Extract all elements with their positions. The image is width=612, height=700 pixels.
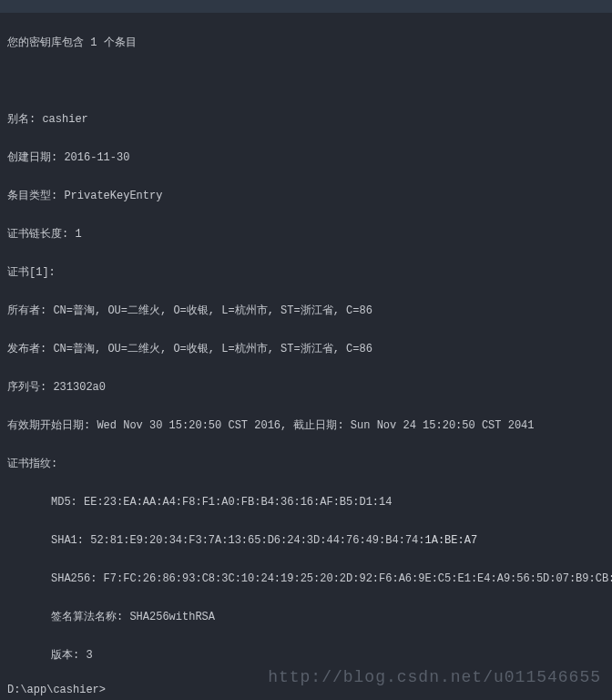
- sha1-line: SHA1: 52:81:E9:20:34:F3:7A:13:65:D6:24:3…: [7, 531, 605, 551]
- watermark: http://blog.csdn.net/u011546655: [268, 668, 601, 687]
- create-date-label: 创建日期:: [7, 151, 64, 164]
- alias-line: 别名: cashier: [7, 110, 605, 129]
- sha256-value: F7:FC:26:86:93:C8:3C:10:24:19:25:20:2D:9…: [104, 572, 612, 585]
- issuer-value: CN=普淘, OU=二维火, O=收银, L=杭州市, ST=浙江省, C=86: [53, 343, 372, 355]
- serial-label: 序列号:: [7, 381, 53, 394]
- fingerprints-label: 证书指纹:: [7, 455, 605, 474]
- sha1-label: SHA1:: [51, 534, 90, 547]
- blank: [7, 72, 605, 91]
- validity-end-label: , 截止日期:: [280, 419, 351, 432]
- md5-label: MD5:: [51, 496, 84, 509]
- owner-value: CN=普淘, OU=二维火, O=收银, L=杭州市, ST=浙江省, C=86: [53, 304, 372, 317]
- sha256-label: SHA256:: [51, 572, 104, 585]
- cert-chain-len-label: 证书链长度:: [7, 228, 75, 241]
- sig-alg-value: SHA256withRSA: [129, 611, 215, 623]
- cert-chain-len-line: 证书链长度: 1: [7, 225, 605, 244]
- sha1-b: 1A:BE:A7: [424, 534, 477, 547]
- entry-type-line: 条目类型: PrivateKeyEntry: [7, 187, 605, 206]
- cert-index: 证书[1]:: [7, 263, 605, 283]
- create-date-line: 创建日期: 2016-11-30: [7, 149, 605, 168]
- owner-label: 所有者:: [7, 304, 53, 317]
- validity-line: 有效期开始日期: Wed Nov 30 15:20:50 CST 2016, 截…: [7, 417, 605, 436]
- version-value: 3: [86, 649, 92, 662]
- titlebar: [0, 0, 612, 13]
- terminal-output: 您的密钥库包含 1 个条目 别名: cashier 创建日期: 2016-11-…: [0, 13, 612, 700]
- md5-line: MD5: EE:23:EA:AA:A4:F8:F1:A0:FB:B4:36:16…: [7, 493, 605, 512]
- version-line: 版本: 3: [7, 646, 605, 665]
- sha1-a: 52:81:E9:20:34:F3:7A:13:65:D6:24:3D:44:7…: [90, 534, 424, 547]
- entry-type-label: 条目类型:: [7, 190, 64, 202]
- alias-label: 别名:: [7, 113, 42, 126]
- sha256-line: SHA256: F7:FC:26:86:93:C8:3C:10:24:19:25…: [7, 570, 605, 589]
- version-label: 版本:: [51, 649, 86, 662]
- owner-line: 所有者: CN=普淘, OU=二维火, O=收银, L=杭州市, ST=浙江省,…: [7, 302, 605, 321]
- validity-end: Sun Nov 24 15:20:50 CST 2041: [351, 419, 535, 432]
- serial-line: 序列号: 231302a0: [7, 378, 605, 397]
- validity-start: Wed Nov 30 15:20:50 CST 2016: [97, 419, 280, 432]
- create-date-value: 2016-11-30: [64, 151, 129, 164]
- keystore-header: 您的密钥库包含 1 个条目: [7, 34, 605, 53]
- sig-alg-label: 签名算法名称:: [51, 611, 129, 623]
- entry-type-value: PrivateKeyEntry: [64, 190, 162, 202]
- cert-chain-len-value: 1: [75, 228, 81, 241]
- issuer-line: 发布者: CN=普淘, OU=二维火, O=收银, L=杭州市, ST=浙江省,…: [7, 340, 605, 359]
- sig-alg-line: 签名算法名称: SHA256withRSA: [7, 608, 605, 627]
- issuer-label: 发布者:: [7, 343, 53, 355]
- alias-value: cashier: [42, 113, 87, 126]
- serial-value: 231302a0: [53, 381, 106, 394]
- md5-value: EE:23:EA:AA:A4:F8:F1:A0:FB:B4:36:16:AF:B…: [84, 496, 392, 509]
- validity-start-label: 有效期开始日期:: [7, 419, 97, 432]
- command-prompt[interactable]: D:\app\cashier>: [7, 681, 106, 700]
